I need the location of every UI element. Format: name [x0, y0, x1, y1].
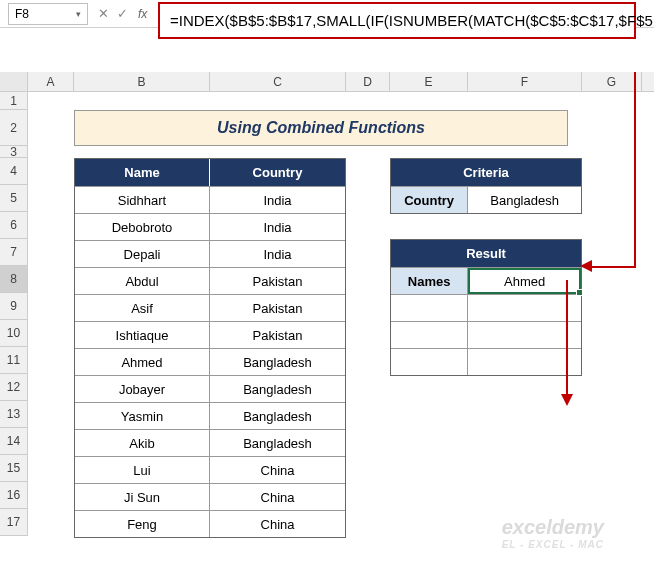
- row-header[interactable]: 9: [0, 293, 28, 320]
- arrow-left-icon: [580, 260, 592, 272]
- table-row: AsifPakistan: [75, 294, 345, 321]
- table-row: JobayerBangladesh: [75, 375, 345, 402]
- watermark: exceldemy EL - EXCEL - MAC: [502, 516, 604, 550]
- table-row: AhmedBangladesh: [75, 348, 345, 375]
- result-row: [391, 294, 581, 321]
- header-name[interactable]: Name: [75, 159, 210, 186]
- cell[interactable]: China: [210, 484, 345, 510]
- cell[interactable]: Abdul: [75, 268, 210, 294]
- row-header[interactable]: 14: [0, 428, 28, 455]
- name-box[interactable]: F8 ▾: [8, 3, 88, 25]
- cell[interactable]: Lui: [75, 457, 210, 483]
- col-header[interactable]: G: [582, 72, 642, 91]
- column-headers: A B C D E F G: [0, 72, 654, 92]
- criteria-header[interactable]: Criteria: [391, 159, 581, 186]
- criteria-label[interactable]: Country: [391, 187, 468, 213]
- row-header[interactable]: 1: [0, 92, 28, 110]
- arrow-down-icon: [561, 394, 573, 406]
- watermark-sub: EL - EXCEL - MAC: [502, 539, 604, 550]
- result-header[interactable]: Result: [391, 240, 581, 267]
- cell[interactable]: Depali: [75, 241, 210, 267]
- cell[interactable]: India: [210, 241, 345, 267]
- formula-bar-icons: ✕ ✓: [98, 6, 128, 21]
- cell[interactable]: India: [210, 214, 345, 240]
- cell[interactable]: China: [210, 511, 345, 537]
- cell[interactable]: [391, 349, 468, 375]
- table-header-row: Name Country: [75, 159, 345, 186]
- row-header[interactable]: 6: [0, 212, 28, 239]
- cell[interactable]: Ahmed: [75, 349, 210, 375]
- table-row: Ji SunChina: [75, 483, 345, 510]
- row-header[interactable]: 4: [0, 158, 28, 185]
- cell[interactable]: Pakistan: [210, 322, 345, 348]
- table-row: LuiChina: [75, 456, 345, 483]
- row-header[interactable]: 2: [0, 110, 28, 146]
- table-row: YasminBangladesh: [75, 402, 345, 429]
- cell[interactable]: India: [210, 187, 345, 213]
- cell[interactable]: Pakistan: [210, 268, 345, 294]
- fx-icon[interactable]: fx: [138, 7, 147, 21]
- row-headers: 1 2 3 4 5 6 7 8 9 10 11 12 13 14 15 16 1…: [0, 92, 28, 536]
- cell[interactable]: [468, 295, 581, 321]
- cell[interactable]: Sidhhart: [75, 187, 210, 213]
- table-row: DepaliIndia: [75, 240, 345, 267]
- table-row: IshtiaquePakistan: [75, 321, 345, 348]
- row-header[interactable]: 12: [0, 374, 28, 401]
- select-all-corner[interactable]: [0, 72, 28, 91]
- cell[interactable]: Bangladesh: [210, 376, 345, 402]
- formula-bar-input[interactable]: =INDEX($B$5:$B$17,SMALL(IF(ISNUMBER(MATC…: [158, 2, 636, 39]
- row-header[interactable]: 11: [0, 347, 28, 374]
- cell[interactable]: Debobroto: [75, 214, 210, 240]
- table-row: AbdulPakistan: [75, 267, 345, 294]
- cell[interactable]: Asif: [75, 295, 210, 321]
- cell[interactable]: Jobayer: [75, 376, 210, 402]
- row-header[interactable]: 17: [0, 509, 28, 536]
- accept-icon[interactable]: ✓: [117, 6, 128, 21]
- cell[interactable]: Akib: [75, 430, 210, 456]
- result-table: Result Names Ahmed: [390, 239, 582, 376]
- cell[interactable]: [391, 295, 468, 321]
- row-header[interactable]: 8: [0, 266, 28, 293]
- col-header[interactable]: F: [468, 72, 582, 91]
- cell[interactable]: Ji Sun: [75, 484, 210, 510]
- cell[interactable]: Bangladesh: [210, 430, 345, 456]
- col-header[interactable]: D: [346, 72, 390, 91]
- result-row: [391, 348, 581, 375]
- row-header[interactable]: 10: [0, 320, 28, 347]
- cell[interactable]: Pakistan: [210, 295, 345, 321]
- col-header[interactable]: C: [210, 72, 346, 91]
- cell[interactable]: [468, 349, 581, 375]
- row-header[interactable]: 16: [0, 482, 28, 509]
- row-header[interactable]: 13: [0, 401, 28, 428]
- row-header[interactable]: 3: [0, 146, 28, 158]
- result-cell-active[interactable]: Ahmed: [468, 268, 581, 294]
- cell[interactable]: China: [210, 457, 345, 483]
- row-header[interactable]: 7: [0, 239, 28, 266]
- row-header[interactable]: 15: [0, 455, 28, 482]
- criteria-table: Criteria Country Bangladesh: [390, 158, 582, 214]
- criteria-value[interactable]: Bangladesh: [468, 187, 581, 213]
- cell[interactable]: [391, 322, 468, 348]
- result-row: [391, 321, 581, 348]
- result-label[interactable]: Names: [391, 268, 468, 294]
- table-row: SidhhartIndia: [75, 186, 345, 213]
- cancel-icon[interactable]: ✕: [98, 6, 109, 21]
- page-title: Using Combined Functions: [74, 110, 568, 146]
- result-value: Ahmed: [504, 274, 545, 289]
- cells-area[interactable]: Using Combined Functions Name Country Si…: [28, 92, 654, 536]
- cell[interactable]: Bangladesh: [210, 403, 345, 429]
- col-header[interactable]: E: [390, 72, 468, 91]
- cell[interactable]: Bangladesh: [210, 349, 345, 375]
- col-header[interactable]: B: [74, 72, 210, 91]
- chevron-down-icon[interactable]: ▾: [76, 9, 81, 19]
- cell[interactable]: Ishtiaque: [75, 322, 210, 348]
- data-table: Name Country SidhhartIndia DebobrotoIndi…: [74, 158, 346, 538]
- header-country[interactable]: Country: [210, 159, 345, 186]
- cell[interactable]: Feng: [75, 511, 210, 537]
- table-row: FengChina: [75, 510, 345, 537]
- criteria-row: Country Bangladesh: [391, 186, 581, 213]
- cell[interactable]: [468, 322, 581, 348]
- cell[interactable]: Yasmin: [75, 403, 210, 429]
- row-header[interactable]: 5: [0, 185, 28, 212]
- col-header[interactable]: A: [28, 72, 74, 91]
